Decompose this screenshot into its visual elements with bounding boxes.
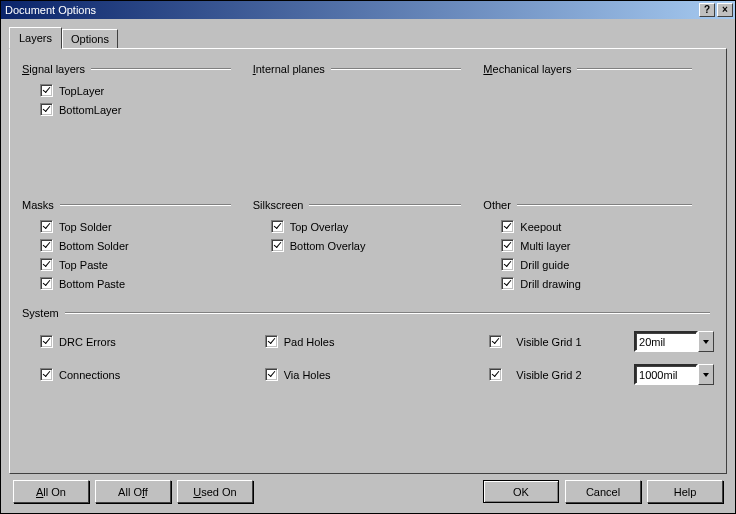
chk-bottomlayer-label: BottomLayer <box>59 104 121 116</box>
close-button[interactable]: × <box>717 3 733 17</box>
combo-grid-2[interactable] <box>634 364 714 385</box>
chk-bottom-overlay[interactable] <box>271 239 284 252</box>
chk-bottom-solder[interactable] <box>40 239 53 252</box>
cancel-button[interactable]: Cancel <box>565 480 641 503</box>
grid-2-input[interactable] <box>634 364 698 385</box>
titlebar: Document Options ? × <box>1 1 735 19</box>
chk-keepout[interactable] <box>501 220 514 233</box>
chk-bottomlayer[interactable] <box>40 103 53 116</box>
group-signal-layers: Signal layers TopLayer BottomLayer <box>22 63 253 119</box>
chk-top-overlay[interactable] <box>271 220 284 233</box>
chk-visible-grid-2[interactable] <box>489 368 502 381</box>
chk-drc-errors[interactable] <box>40 335 53 348</box>
chk-multilayer[interactable] <box>501 239 514 252</box>
chk-visible-grid-1[interactable] <box>489 335 502 348</box>
ok-button[interactable]: OK <box>483 480 559 503</box>
group-label-system: System <box>22 307 65 319</box>
tab-options[interactable]: Options <box>62 29 118 48</box>
group-label-silkscreen: Silkscreen <box>253 199 310 211</box>
document-options-window: Document Options ? × Layers Options Sign… <box>0 0 736 514</box>
chk-top-paste[interactable] <box>40 258 53 271</box>
group-internal-planes: Internal planes <box>253 63 484 119</box>
group-silkscreen: Silkscreen Top Overlay Bottom Overlay <box>253 199 484 293</box>
grid-1-input[interactable] <box>634 331 698 352</box>
group-label-masks: Masks <box>22 199 60 211</box>
tab-layers[interactable]: Layers <box>9 27 62 49</box>
chk-bottom-paste[interactable] <box>40 277 53 290</box>
client-area: Layers Options Signal layers TopLayer <box>1 19 735 513</box>
chk-drilldrawing[interactable] <box>501 277 514 290</box>
group-other: Other Keepout Multi layer Drill guide Dr… <box>483 199 714 293</box>
window-title: Document Options <box>5 4 697 16</box>
chk-drillguide[interactable] <box>501 258 514 271</box>
chk-via-holes[interactable] <box>265 368 278 381</box>
group-label-internal: Internal planes <box>253 63 331 75</box>
all-on-button[interactable]: All On <box>13 480 89 503</box>
chk-connections[interactable] <box>40 368 53 381</box>
combo-grid-1[interactable] <box>634 331 714 352</box>
used-on-button[interactable]: Used On <box>177 480 253 503</box>
layers-panel: Signal layers TopLayer BottomLayer Inter… <box>9 48 727 474</box>
chk-toplayer[interactable] <box>40 84 53 97</box>
group-label-other: Other <box>483 199 517 211</box>
tab-strip: Layers Options <box>9 27 727 48</box>
chk-pad-holes[interactable] <box>265 335 278 348</box>
button-bar: All On All Off Used On OK Cancel Help <box>9 474 727 505</box>
all-off-button[interactable]: All Off <box>95 480 171 503</box>
group-label-mechanical: Mechanical layers <box>483 63 577 75</box>
group-label-signal: Signal layers <box>22 63 91 75</box>
grid-1-dropdown-icon[interactable] <box>698 331 714 352</box>
chk-toplayer-row[interactable]: TopLayer <box>22 81 253 100</box>
grid-2-dropdown-icon[interactable] <box>698 364 714 385</box>
chk-bottomlayer-row[interactable]: BottomLayer <box>22 100 253 119</box>
help-button[interactable]: Help <box>647 480 723 503</box>
help-context-button[interactable]: ? <box>699 3 715 17</box>
group-masks: Masks Top Solder Bottom Solder Top Paste… <box>22 199 253 293</box>
chk-top-solder[interactable] <box>40 220 53 233</box>
chk-toplayer-label: TopLayer <box>59 85 104 97</box>
group-system: System DRC Errors Pad Holes Visible Grid… <box>22 307 714 391</box>
group-mechanical-layers: Mechanical layers <box>483 63 714 119</box>
